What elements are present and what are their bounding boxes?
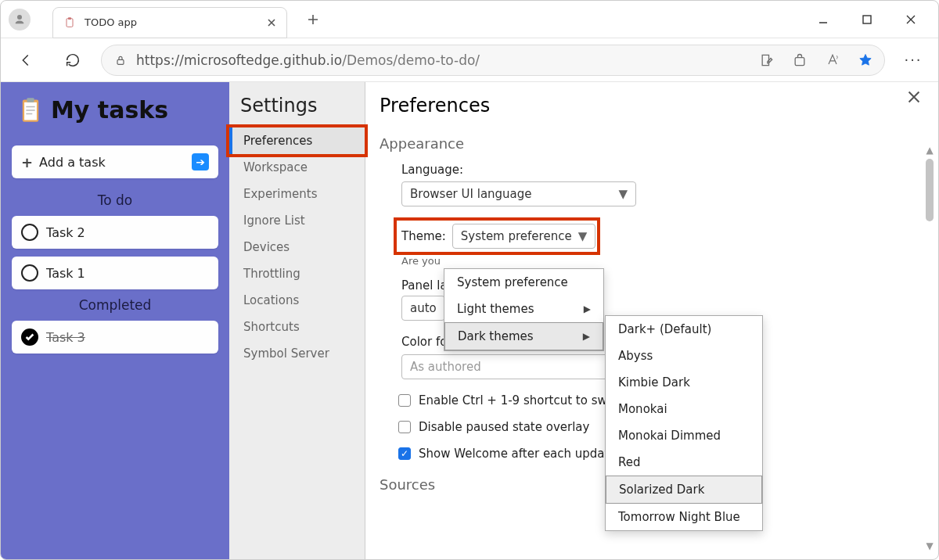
add-task-submit-button[interactable]: ➔ <box>192 153 209 171</box>
dark-theme-option[interactable]: Tomorrow Night Blue <box>606 504 762 530</box>
theme-setting: Theme: System preference▼ <box>397 221 597 252</box>
dark-theme-option[interactable]: Abyss <box>606 343 762 369</box>
window-minimize-button[interactable] <box>811 8 835 31</box>
settings-item-throttling[interactable]: Throttling <box>229 260 365 287</box>
settings-sidebar: Settings Preferences Workspace Experimen… <box>229 82 365 559</box>
task-item[interactable]: Task 2 <box>12 216 218 249</box>
tasks-title: My tasks <box>51 96 168 124</box>
checkbox-icon[interactable] <box>398 421 411 433</box>
browser-tab[interactable]: TODO app <box>52 7 287 38</box>
svg-rect-7 <box>27 98 34 102</box>
clipboard-favicon-icon <box>63 16 77 30</box>
dark-theme-option[interactable]: Solarized Dark <box>606 476 762 504</box>
svg-rect-0 <box>67 18 73 27</box>
add-task-input[interactable]: + Add a task ➔ <box>12 145 218 178</box>
language-select[interactable]: Browser UI language ▼ <box>401 181 636 206</box>
panel-layout-select[interactable]: auto <box>401 296 445 321</box>
dark-theme-option[interactable]: Kimbie Dark <box>606 369 762 396</box>
svg-rect-1 <box>68 17 71 20</box>
svg-rect-3 <box>117 59 124 64</box>
dark-themes-submenu: Dark+ (Default) Abyss Kimbie Dark Monoka… <box>605 315 763 531</box>
task-text: Task 3 <box>46 330 85 345</box>
color-format-input[interactable]: As authored <box>401 354 636 379</box>
dark-theme-option[interactable]: Dark+ (Default) <box>606 316 762 343</box>
settings-item-preferences[interactable]: Preferences <box>229 127 365 154</box>
shopping-icon[interactable] <box>792 52 808 68</box>
task-item[interactable]: Task 1 <box>12 257 218 289</box>
url-text: https://microsoftedge.github.io/Demos/de… <box>136 52 480 68</box>
edit-page-icon[interactable] <box>759 52 775 68</box>
task-check-icon[interactable] <box>21 328 38 346</box>
caret-down-icon: ▼ <box>618 187 628 201</box>
svg-rect-2 <box>863 16 871 23</box>
submenu-arrow-icon: ▶ <box>584 303 591 314</box>
theme-help-text: Are you <box>401 255 938 267</box>
favorite-star-icon[interactable] <box>858 52 873 68</box>
read-aloud-icon[interactable] <box>825 52 840 68</box>
settings-item-workspace[interactable]: Workspace <box>229 154 365 181</box>
scroll-down-icon[interactable]: ▼ <box>926 540 933 551</box>
settings-item-experiments[interactable]: Experiments <box>229 181 365 207</box>
svg-rect-4 <box>795 57 804 65</box>
reload-button[interactable] <box>59 46 87 74</box>
todo-section-label: To do <box>10 192 220 208</box>
task-text: Task 1 <box>46 266 85 281</box>
scrollbar[interactable]: ▲ ▼ <box>924 145 935 551</box>
add-task-label: Add a task <box>39 155 106 170</box>
task-circle-icon[interactable] <box>21 264 38 282</box>
dark-theme-option[interactable]: Monokai Dimmed <box>606 422 762 449</box>
settings-item-devices[interactable]: Devices <box>229 234 365 260</box>
completed-section-label: Completed <box>10 297 220 313</box>
browser-toolbar: https://microsoftedge.github.io/Demos/de… <box>1 38 938 82</box>
tab-title: TODO app <box>85 16 264 28</box>
checkbox-checked-icon[interactable]: ✓ <box>398 447 411 460</box>
dark-theme-option[interactable]: Red <box>606 449 762 476</box>
task-text: Task 2 <box>46 225 85 240</box>
theme-dropdown-menu: System preference Light themes▶ Dark the… <box>444 268 604 351</box>
checkbox-icon[interactable] <box>398 394 411 407</box>
settings-item-symbol-server[interactable]: Symbol Server <box>229 340 365 367</box>
svg-rect-6 <box>24 102 37 120</box>
submenu-arrow-icon: ▶ <box>583 331 590 342</box>
back-button[interactable] <box>12 46 40 74</box>
preferences-pane: Preferences Appearance Language: Browser… <box>365 82 938 559</box>
settings-item-ignore-list[interactable]: Ignore List <box>229 207 365 234</box>
address-bar[interactable]: https://microsoftedge.github.io/Demos/de… <box>101 45 885 76</box>
caret-down-icon: ▼ <box>578 229 588 243</box>
tasks-sidebar: My tasks + Add a task ➔ To do Task 2 Tas… <box>1 82 229 559</box>
language-label: Language: <box>401 163 938 177</box>
profile-avatar[interactable] <box>9 9 31 31</box>
preferences-title: Preferences <box>380 92 938 131</box>
appearance-section-title: Appearance <box>380 135 938 152</box>
settings-item-locations[interactable]: Locations <box>229 287 365 314</box>
task-circle-icon[interactable] <box>21 224 38 241</box>
window-close-button[interactable] <box>899 8 923 31</box>
titlebar: TODO app <box>1 1 938 38</box>
settings-heading: Settings <box>229 88 365 127</box>
tab-close-button[interactable] <box>264 16 279 30</box>
close-devtools-button[interactable] <box>907 90 921 107</box>
theme-menu-item[interactable]: System preference <box>444 269 603 296</box>
theme-menu-item[interactable]: Dark themes▶ <box>444 322 603 350</box>
scroll-thumb[interactable] <box>926 159 934 221</box>
settings-item-shortcuts[interactable]: Shortcuts <box>229 314 365 340</box>
browser-menu-button[interactable]: ··· <box>899 46 927 74</box>
theme-select[interactable]: System preference▼ <box>452 224 595 249</box>
window-maximize-button[interactable] <box>855 8 879 31</box>
scroll-up-icon[interactable]: ▲ <box>926 145 933 156</box>
plus-icon: + <box>21 154 33 171</box>
clipboard-icon <box>18 97 43 124</box>
dark-theme-option[interactable]: Monokai <box>606 396 762 422</box>
theme-label: Theme: <box>401 229 446 243</box>
task-item-completed[interactable]: Task 3 <box>12 321 218 354</box>
new-tab-button[interactable] <box>301 8 325 31</box>
theme-menu-item[interactable]: Light themes▶ <box>444 296 603 322</box>
site-info-lock-icon[interactable] <box>113 54 128 66</box>
